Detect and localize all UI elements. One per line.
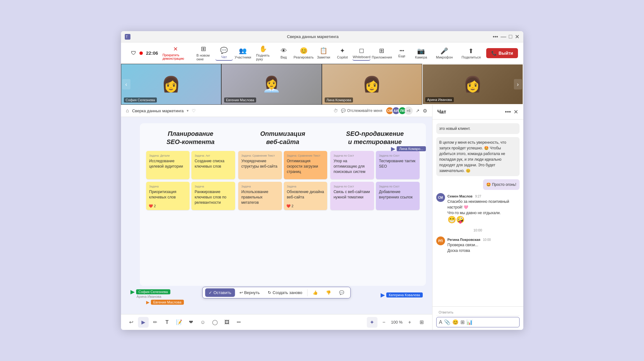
wb-home-icon[interactable]: ⌂ (126, 108, 129, 114)
card-label: Задача (287, 185, 324, 188)
wb-shape-tool[interactable]: ◯ (210, 317, 220, 328)
wb-image-tool[interactable]: 🖼 (222, 317, 232, 328)
wb-heart-tool[interactable]: ❤ (186, 317, 196, 328)
toolbar-chat[interactable]: 💬 Чат (215, 45, 233, 61)
wb-breadcrumb[interactable]: Сверка данных маркетинга (132, 108, 184, 113)
chat-more-button[interactable]: ••• (505, 109, 511, 115)
zoom-out-button[interactable]: − (379, 317, 389, 328)
card-text: Использование правильных метатегов (241, 189, 279, 205)
wb-card[interactable]: Задача Ранжирование ключевых слов по рел… (191, 182, 235, 210)
sofia-cursor-label: София Селезнева (136, 289, 170, 294)
wb-nav: ⌂ Сверка данных маркетинга ▾ ♡ ⏱ 💬 Отсле… (121, 105, 432, 117)
wb-favorite-icon[interactable]: ♡ (192, 108, 196, 113)
sticker-icon[interactable]: 📊 (466, 319, 473, 325)
breadcrumb-dropdown-icon[interactable]: ▾ (187, 108, 189, 113)
shield-icon: 🛡 (131, 50, 136, 56)
whiteboard-icon: ◻ (359, 47, 364, 54)
wb-card[interactable]: Задача Использование правильных метатего… (238, 182, 282, 210)
apps-label: Приложения (372, 55, 392, 59)
toolbar-new-window[interactable]: ⊞ В новом окне (193, 44, 214, 62)
toolbar-stop-demo[interactable]: ✕ Прекратить демонстрацию (159, 44, 192, 62)
follow-me-button[interactable]: 💬 Отслеживайте меня (341, 108, 382, 113)
share-button[interactable]: ⬆ Поделиться (459, 46, 484, 60)
react-label: Реагировать (294, 55, 314, 59)
meeting-timer: 22:06 (146, 50, 158, 56)
wb-more-tools[interactable]: ••• (234, 317, 244, 328)
card-text: Упор на оптимизацию для поисковых систем (333, 158, 371, 174)
wb-dislike-button[interactable]: 👎 (322, 288, 335, 297)
wb-card[interactable]: Задача: Детали Исследование целевой ауди… (146, 151, 190, 179)
minimize-button[interactable]: — (501, 33, 506, 40)
close-button[interactable]: ✕ (515, 33, 520, 40)
fit-to-screen-button[interactable]: ⊞ (416, 317, 427, 328)
video-prev-button[interactable]: ‹ (122, 79, 130, 90)
toolbar-react[interactable]: 😊 Реагировать (294, 46, 314, 60)
wb-cards-row-2-1: Задача: Сравнение Текст Упорядочение стр… (238, 151, 327, 179)
wb-pointer-tool[interactable]: ▶ (138, 317, 149, 328)
wb-pen-tool[interactable]: ✏ (150, 317, 161, 328)
toolbar-view[interactable]: 👁 Вид (275, 46, 293, 60)
message-content: Семен Маслов 9:27 Спасибо за неизменно п… (448, 193, 520, 224)
chat-message-row-regina: РП Регина Покровская 10:00 Проверка связ… (436, 236, 520, 253)
format-text-icon[interactable]: A (439, 319, 443, 325)
wb-sticky-tool[interactable]: 📝 (174, 317, 184, 328)
camera-button[interactable]: 📷 Камера (412, 46, 430, 60)
chat-reply-label[interactable]: Ответить (436, 309, 520, 316)
share-label: Поделиться (462, 55, 481, 59)
wb-leave-button[interactable]: ✓ Оставить (205, 288, 235, 297)
mic-button[interactable]: 🎤 Микрофон (433, 46, 456, 60)
avatar-more[interactable]: +6 (405, 107, 413, 115)
share-icon: ⬆ (468, 47, 474, 55)
window-title: Сверка данных маркетинга (133, 34, 493, 39)
card-label: Задача: Сравнение Текст (241, 154, 279, 157)
emoji-icon[interactable]: 😊 (452, 319, 459, 325)
follow-me-icon: 💬 (341, 108, 346, 113)
leave-button[interactable]: 📞 Выйти (486, 48, 518, 58)
window-more-button[interactable]: ••• (493, 33, 498, 40)
wb-text-tool[interactable]: T (162, 317, 173, 328)
wb-share-icon[interactable]: ↗ (416, 108, 420, 113)
toolbar-copilot[interactable]: ✦ Copilot (333, 46, 351, 60)
apps-chat-icon[interactable]: ⊞ (460, 319, 465, 325)
card-heart: ❤️ 2 (149, 204, 156, 208)
chat-text-input[interactable] (475, 320, 522, 325)
wb-redo-button[interactable]: ↻ Создать заново (264, 288, 306, 297)
card-text: Оптимизация скорости загрузки страниц (287, 158, 324, 174)
toolbar-raise-hand[interactable]: ✋ Поднять руку (253, 44, 274, 62)
sofia-name-label: София Селезнева (124, 97, 157, 103)
zoom-in-button[interactable]: + (405, 317, 415, 328)
wb-settings-icon[interactable]: ⚙ (423, 108, 427, 114)
wb-card[interactable]: Задача: Акт Создание списка ключевых сло… (191, 151, 235, 179)
wb-undo-button[interactable]: ↩ Вернуть (236, 288, 264, 297)
wb-card[interactable]: Задача по Сост Добавление внутренних ссы… (376, 182, 420, 210)
wb-copilot-tool[interactable]: ✦ (367, 317, 377, 328)
wb-card[interactable]: Задача по Сост Связь с веб-сайтами нужно… (330, 182, 374, 210)
wb-card[interactable]: Задача Приоритизация ключевых слов ❤️ 2 (146, 182, 190, 210)
video-next-button[interactable]: › (514, 79, 522, 90)
redo-label: Создать заново (272, 290, 302, 295)
chat-close-button[interactable]: ✕ (514, 108, 518, 115)
toolbar-notes[interactable]: 📋 Заметки (315, 46, 332, 60)
wb-like-button[interactable]: 👍 (309, 288, 322, 297)
maximize-button[interactable]: □ (509, 33, 512, 40)
wb-card[interactable]: Задача по Сост Упор на оптимизацию для п… (330, 151, 374, 179)
chat-message-sent: 🤩 Просто огонь! (483, 179, 519, 190)
attach-icon[interactable]: 📎 (444, 319, 450, 325)
msg-emoji: 😁🤪 (448, 216, 520, 224)
cursor-arina: Арина Иванова (137, 295, 162, 298)
card-label: Задача: Акт (195, 154, 232, 157)
wb-card[interactable]: Задача Обновление дизайна веб-сайта ❤️ 2 (284, 182, 328, 210)
wb-card[interactable]: Задача: Сравнение Текст Оптимизация скор… (284, 151, 328, 179)
toolbar-apps[interactable]: ⊞ Приложения (372, 46, 392, 60)
wb-undo-tool[interactable]: ↩ (126, 317, 137, 328)
wb-card[interactable]: Задача: Сравнение Текст Упорядочение стр… (238, 151, 282, 179)
toolbar-participants[interactable]: 👥 Участники (234, 46, 252, 60)
wb-card[interactable]: Задача по Сост Тестирование тактик SEO (376, 151, 420, 179)
wb-react-tool[interactable]: ☺ (198, 317, 208, 328)
msg-time: 9:27 (475, 195, 481, 198)
toolbar-whiteboard[interactable]: ◻ Whiteboard (352, 45, 371, 61)
wb-comment-button[interactable]: 💬 (335, 288, 348, 297)
video-grid: ‹ 👩 София Селезнева 👩‍💼 Евгения Маслова … (121, 64, 523, 105)
toolbar-more[interactable]: ••• Еще (393, 47, 411, 59)
wb-canvas[interactable]: ПланированиеSEO-контента Задача: Детали … (121, 117, 432, 314)
